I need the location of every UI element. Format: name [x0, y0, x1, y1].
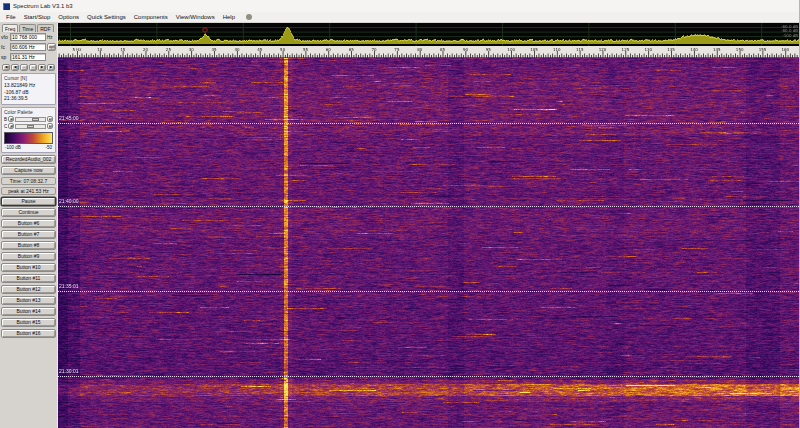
cursor-panel-title: Cursor [N] — [4, 75, 53, 81]
menu-components[interactable]: Components — [130, 13, 172, 21]
waterfall-spectrogram[interactable] — [58, 58, 800, 428]
frequency-ruler[interactable] — [58, 46, 800, 58]
waterfall-time-label: 21:45:00 — [59, 116, 78, 121]
vfo-label: vfo — [1, 34, 9, 40]
palette-min-label: -100 dB — [5, 145, 21, 150]
window-title: Spectrum Lab V3.1 b3 — [13, 3, 73, 9]
menu-quick-settings[interactable]: Quick Settings — [83, 13, 130, 21]
contrast-slider[interactable] — [15, 124, 46, 129]
button-12[interactable]: Button #12 — [1, 285, 56, 294]
button-13[interactable]: Button #13 — [1, 296, 56, 305]
zoom-in-button[interactable]: ‒ — [29, 64, 37, 71]
waterfall-time-label: 21:30:01 — [59, 369, 78, 374]
menu-view-windows[interactable]: View/Windows — [172, 13, 219, 21]
frequency-nav-buttons: ◀ ◀ ‒ ‒ ▶ ▶ — [2, 64, 56, 71]
brightness-left-arrow[interactable]: ◄ — [8, 116, 14, 122]
button-11[interactable]: Button #11 — [1, 274, 56, 283]
tab-rdf[interactable]: RDF — [37, 24, 53, 32]
contrast-right-arrow[interactable]: ► — [47, 123, 53, 129]
contrast-label: C — [4, 124, 7, 129]
vfo-input[interactable] — [10, 33, 46, 41]
continue-button[interactable]: Continue — [1, 208, 56, 217]
palette-max-label: -50 — [45, 145, 52, 150]
content-area: Freq Time RDF vfo Hz fc opt sp ◀ — [0, 23, 799, 428]
spectrum-graph[interactable] — [58, 23, 800, 46]
brightness-label: B — [4, 117, 7, 122]
title-bar: Spectrum Lab V3.1 b3 — [0, 0, 799, 12]
shift-left-button[interactable]: ◀ — [11, 64, 19, 71]
cursor-panel: Cursor [N] 13.821849 Hz -106.87 dB 21:36… — [1, 73, 56, 105]
palette-gradient — [4, 132, 53, 144]
waterfall-time-label: 21:35:01 — [59, 284, 78, 289]
vfo-unit: Hz — [47, 35, 56, 40]
menu-file[interactable]: File — [2, 13, 20, 21]
display-mode-tabs: Freq Time RDF — [1, 23, 56, 32]
menu-help[interactable]: Help — [219, 13, 239, 21]
menu-start-stop[interactable]: Start/Stop — [20, 13, 55, 21]
capture-now-button[interactable]: Capture now — [1, 166, 56, 175]
pause-button[interactable]: Pause — [1, 197, 56, 206]
app-window: Spectrum Lab V3.1 b3 File Start/Stop Opt… — [0, 0, 800, 428]
time-display: Time: 07:08:32.7 — [1, 177, 56, 185]
shift-right-fast-button[interactable]: ▶ — [47, 64, 55, 71]
zoom-out-button[interactable]: ‒ — [20, 64, 28, 71]
palette-scale: -100 dB -50 — [4, 145, 53, 150]
button-9[interactable]: Button #9 — [1, 252, 56, 261]
tab-freq[interactable]: Freq — [2, 24, 18, 32]
fc-label: fc — [1, 44, 9, 50]
brightness-slider[interactable] — [15, 117, 46, 122]
button-16[interactable]: Button #16 — [1, 329, 56, 338]
button-7[interactable]: Button #7 — [1, 230, 56, 239]
shift-right-button[interactable]: ▶ — [38, 64, 46, 71]
contrast-thumb[interactable] — [27, 125, 34, 128]
button-15[interactable]: Button #15 — [1, 318, 56, 327]
brightness-slider-row: B ◄ ► — [4, 116, 53, 123]
fc-input[interactable] — [10, 43, 46, 51]
waterfall-area: 21:45:00 21:40:00 21:35:01 21:30:01 — [58, 58, 800, 428]
shift-left-fast-button[interactable]: ◀ — [2, 64, 10, 71]
status-indicator-icon — [246, 14, 252, 20]
button-8[interactable]: Button #8 — [1, 241, 56, 250]
menu-bar: File Start/Stop Options Quick Settings C… — [0, 12, 799, 23]
brightness-thumb[interactable] — [32, 118, 39, 121]
color-palette-title: Color Palette — [4, 109, 53, 115]
button-10[interactable]: Button #10 — [1, 263, 56, 272]
main-display: 21:45:00 21:40:00 21:35:01 21:30:01 — [57, 23, 799, 428]
cursor-time: 21:36:39.5 — [4, 95, 53, 102]
menu-options[interactable]: Options — [54, 13, 83, 21]
recorded-audio-button[interactable]: RecordedAudio_002 — [1, 155, 56, 164]
span-row: sp — [1, 52, 56, 62]
button-6[interactable]: Button #6 — [1, 219, 56, 228]
fc-options-button[interactable]: opt — [47, 43, 56, 51]
brightness-right-arrow[interactable]: ► — [47, 116, 53, 122]
vfo-row: vfo Hz — [1, 32, 56, 42]
app-icon — [3, 3, 10, 10]
waterfall-time-label: 21:40:00 — [59, 199, 78, 204]
sidebar: Freq Time RDF vfo Hz fc opt sp ◀ — [0, 23, 57, 428]
contrast-left-arrow[interactable]: ◄ — [8, 123, 14, 129]
peak-display: peak at 241.53 Hz — [1, 187, 56, 195]
span-label: sp — [1, 54, 9, 60]
color-palette-panel: Color Palette B ◄ ► C ◄ ► -100 dB -50 — [1, 107, 56, 153]
center-freq-row: fc opt — [1, 42, 56, 52]
tab-time[interactable]: Time — [19, 24, 36, 32]
button-14[interactable]: Button #14 — [1, 307, 56, 316]
span-input[interactable] — [10, 53, 46, 61]
contrast-slider-row: C ◄ ► — [4, 123, 53, 130]
